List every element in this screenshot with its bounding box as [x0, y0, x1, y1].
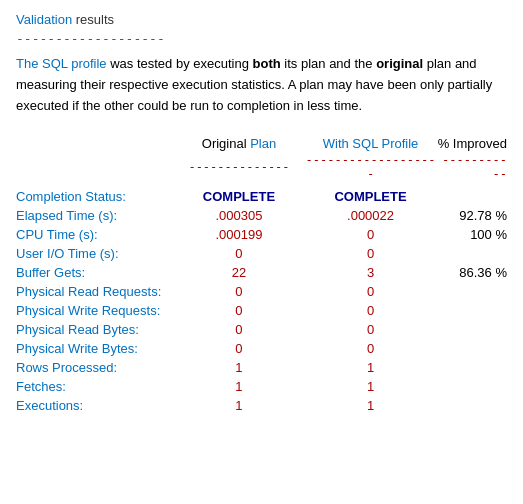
table-row: Physical Write Requests:00	[16, 301, 507, 320]
table-row: Physical Read Requests:00	[16, 282, 507, 301]
description: The SQL profile was tested by executing …	[16, 54, 507, 116]
row-label: Buffer Gets:	[16, 263, 173, 282]
row-original: 22	[173, 263, 305, 282]
table-row: Completion Status:COMPLETECOMPLETE	[16, 187, 507, 206]
table-row: Fetches:11	[16, 377, 507, 396]
sub-profile: -------------------	[305, 153, 437, 187]
sub-original: --------------	[173, 153, 305, 187]
column-headers: Original Plan With SQL Profile % Improve…	[16, 136, 507, 153]
row-improved	[436, 244, 507, 263]
row-profile: COMPLETE	[305, 187, 437, 206]
row-profile: 0	[305, 301, 437, 320]
row-original: COMPLETE	[173, 187, 305, 206]
row-label: Executions:	[16, 396, 173, 415]
row-profile: 0	[305, 320, 437, 339]
row-label: CPU Time (s):	[16, 225, 173, 244]
profile-header-text: With SQL Profile	[323, 136, 419, 151]
row-profile: 0	[305, 244, 437, 263]
row-label: Elapsed Time (s):	[16, 206, 173, 225]
row-original: .000199	[173, 225, 305, 244]
desc-bold-2: original	[376, 56, 423, 71]
sub-header: -------------- ------------------- -----…	[16, 153, 507, 187]
row-profile: 1	[305, 377, 437, 396]
sub-label	[16, 153, 173, 187]
table-row: Elapsed Time (s):.000305.00002292.78 %	[16, 206, 507, 225]
row-original: 1	[173, 358, 305, 377]
row-label: Physical Read Bytes:	[16, 320, 173, 339]
desc-text-1: was tested by executing	[110, 56, 252, 71]
row-improved	[436, 301, 507, 320]
table-row: Physical Read Bytes:00	[16, 320, 507, 339]
row-improved	[436, 282, 507, 301]
row-improved: 100 %	[436, 225, 507, 244]
row-improved	[436, 358, 507, 377]
table-row: Executions:11	[16, 396, 507, 415]
row-label: Physical Write Bytes:	[16, 339, 173, 358]
row-original: 1	[173, 396, 305, 415]
row-label: Rows Processed:	[16, 358, 173, 377]
title-highlight: Validation	[16, 12, 72, 27]
row-improved	[436, 396, 507, 415]
divider: -------------------	[16, 31, 507, 46]
row-original: 0	[173, 320, 305, 339]
row-improved	[436, 377, 507, 396]
row-profile: 0	[305, 225, 437, 244]
row-label: Completion Status:	[16, 187, 173, 206]
title-rest: results	[72, 12, 114, 27]
row-original: 1	[173, 377, 305, 396]
row-profile: 0	[305, 339, 437, 358]
sub-improved: -----------	[436, 153, 507, 187]
row-original: 0	[173, 339, 305, 358]
row-original: 0	[173, 282, 305, 301]
table-container: Original Plan With SQL Profile % Improve…	[16, 136, 507, 415]
original-header-highlight: Plan	[247, 136, 277, 151]
row-improved	[436, 339, 507, 358]
title-line: Validation results	[16, 12, 507, 27]
original-header: Original Plan	[173, 136, 305, 153]
row-profile: 1	[305, 358, 437, 377]
row-original: 0	[173, 244, 305, 263]
row-label: Physical Read Requests:	[16, 282, 173, 301]
row-label: Fetches:	[16, 377, 173, 396]
improved-header: % Improved	[436, 136, 507, 153]
results-body: Completion Status:COMPLETECOMPLETEElapse…	[16, 187, 507, 415]
row-improved	[436, 187, 507, 206]
table-row: CPU Time (s):.0001990100 %	[16, 225, 507, 244]
original-header-text: Original	[202, 136, 247, 151]
row-profile: 3	[305, 263, 437, 282]
desc-highlight-1: The SQL profile	[16, 56, 107, 71]
profile-header: With SQL Profile	[305, 136, 437, 153]
row-label: Physical Write Requests:	[16, 301, 173, 320]
row-label: User I/O Time (s):	[16, 244, 173, 263]
row-improved: 92.78 %	[436, 206, 507, 225]
table-row: Physical Write Bytes:00	[16, 339, 507, 358]
row-profile: 0	[305, 282, 437, 301]
table-row: Buffer Gets:22386.36 %	[16, 263, 507, 282]
row-improved	[436, 320, 507, 339]
row-profile: 1	[305, 396, 437, 415]
desc-text-2: its plan and the	[284, 56, 376, 71]
row-original: 0	[173, 301, 305, 320]
table-row: Rows Processed:11	[16, 358, 507, 377]
desc-bold-1: both	[253, 56, 281, 71]
row-original: .000305	[173, 206, 305, 225]
row-improved: 86.36 %	[436, 263, 507, 282]
row-profile: .000022	[305, 206, 437, 225]
results-table: Original Plan With SQL Profile % Improve…	[16, 136, 507, 415]
table-row: User I/O Time (s):00	[16, 244, 507, 263]
label-header	[16, 136, 173, 153]
